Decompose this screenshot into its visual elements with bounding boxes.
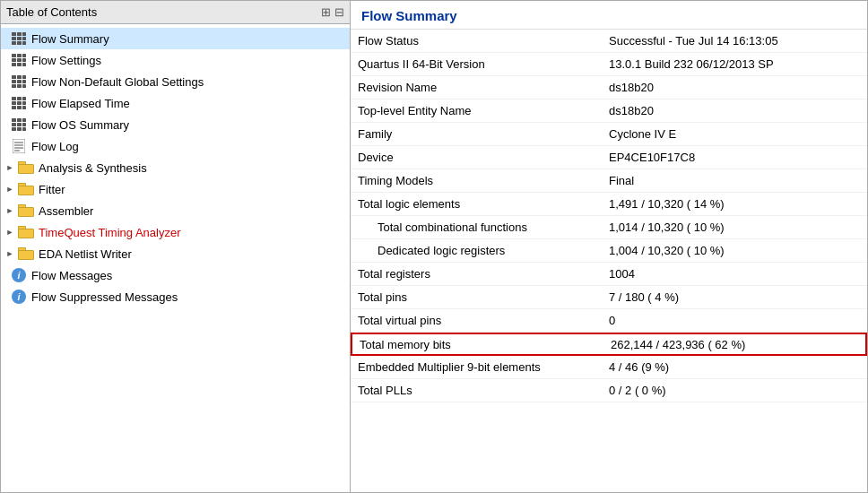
row-label: Total virtual pins [351, 309, 602, 332]
sidebar-label-timequest: TimeQuest Timing Analyzer [39, 226, 180, 239]
sidebar-item-flow-elapsed-time[interactable]: Flow Elapsed Time [1, 92, 350, 114]
svg-rect-23 [22, 80, 26, 83]
table-row: Dedicated logic registers 1,004 / 10,320… [351, 239, 867, 263]
row-label: Total registers [351, 263, 602, 285]
sidebar-item-flow-non-default[interactable]: Flow Non-Default Global Settings [1, 71, 350, 92]
folder-icon-assembler [17, 203, 35, 218]
svg-rect-44 [22, 127, 26, 131]
row-value: EP4CE10F17C8 [602, 146, 867, 169]
sidebar-label-eda-netlist: EDA Netlist Writer [39, 247, 132, 261]
table-row: Device EP4CE10F17C8 [351, 146, 867, 169]
expand-icon-eda-netlist[interactable]: ► [4, 248, 15, 259]
folder-icon-timequest [17, 225, 35, 239]
row-label: Quartus II 64-Bit Version [351, 53, 602, 75]
row-label: Flow Status [351, 30, 602, 52]
sidebar-item-flow-settings[interactable]: Flow Settings [1, 49, 350, 71]
sidebar-item-flow-log[interactable]: Flow Log [1, 135, 350, 157]
svg-rect-19 [17, 75, 22, 79]
sidebar-header: Table of Contents ⊞ ⊟ [1, 1, 350, 24]
svg-rect-3 [12, 37, 16, 40]
table-row: Total registers 1004 [351, 263, 867, 286]
sidebar-item-flow-os-summary[interactable]: Flow OS Summary [1, 114, 350, 135]
sidebar-item-flow-suppressed[interactable]: i Flow Suppressed Messages [1, 286, 350, 307]
svg-rect-42 [12, 127, 16, 131]
row-label: Top-level Entity Name [351, 99, 602, 122]
row-value-memory-bits: 262,144 / 423,936 ( 62 %) [603, 334, 865, 354]
svg-rect-25 [17, 84, 22, 88]
table-row-highlighted: Total memory bits 262,144 / 423,936 ( 62… [351, 333, 867, 356]
expand-icon-timequest[interactable]: ► [4, 227, 15, 238]
svg-rect-8 [22, 41, 26, 45]
grid-icon-flow-os-summary [10, 117, 28, 132]
sidebar-label-flow-non-default: Flow Non-Default Global Settings [31, 75, 204, 89]
grid-icon-flow-summary [10, 31, 28, 46]
sidebar-item-eda-netlist[interactable]: ► EDA Netlist Writer [1, 243, 350, 264]
svg-rect-18 [12, 75, 16, 79]
sidebar-label-fitter: Fitter [39, 183, 65, 196]
svg-rect-22 [17, 80, 22, 83]
svg-rect-33 [12, 106, 16, 109]
sidebar-item-timequest[interactable]: ► TimeQuest Timing Analyzer [1, 221, 350, 243]
svg-rect-9 [12, 54, 16, 57]
sidebar-item-assembler[interactable]: ► Assembler [1, 200, 350, 221]
sidebar-item-fitter[interactable]: ► Fitter [1, 178, 350, 200]
row-value: 1004 [602, 263, 867, 285]
sidebar-label-flow-os-summary: Flow OS Summary [31, 118, 129, 132]
svg-rect-21 [12, 80, 16, 83]
table-row: Top-level Entity Name ds18b20 [351, 99, 867, 123]
sidebar-label-flow-summary: Flow Summary [31, 32, 109, 46]
expand-icon-assembler[interactable]: ► [4, 205, 15, 216]
table-row: Total combinational functions 1,014 / 10… [351, 216, 867, 239]
svg-rect-20 [22, 75, 26, 79]
svg-rect-13 [17, 58, 22, 62]
svg-rect-43 [17, 127, 22, 131]
folder-icon-eda-netlist [17, 246, 35, 261]
svg-rect-35 [22, 106, 26, 109]
svg-rect-45 [13, 139, 25, 153]
svg-rect-26 [22, 84, 26, 88]
svg-rect-10 [17, 54, 22, 57]
svg-rect-29 [22, 97, 26, 100]
sidebar-item-flow-summary[interactable]: Flow Summary [1, 28, 350, 49]
row-value: Final [602, 169, 867, 192]
row-value: 0 / 2 ( 0 %) [602, 379, 867, 402]
table-row: Total pins 7 / 180 ( 4 %) [351, 286, 867, 309]
table-row: Revision Name ds18b20 [351, 76, 867, 99]
row-value: Cyclone IV E [602, 123, 867, 145]
svg-rect-27 [12, 97, 16, 100]
row-label: Timing Models [351, 169, 602, 192]
main-panel: Flow Summary Flow Status Successful - Tu… [351, 1, 867, 492]
svg-rect-37 [17, 118, 22, 122]
svg-rect-0 [12, 32, 16, 36]
row-label: Total logic elements [351, 193, 602, 215]
app-window: Table of Contents ⊞ ⊟ [0, 0, 868, 493]
pin-icon[interactable]: ⊞ [321, 5, 331, 19]
svg-rect-31 [17, 101, 22, 105]
row-value: 1,014 / 10,320 ( 10 %) [602, 216, 867, 238]
row-value: 1,004 / 10,320 ( 10 %) [602, 239, 867, 262]
row-label-memory-bits: Total memory bits [352, 334, 603, 354]
svg-rect-39 [12, 123, 16, 126]
sidebar-item-analysis-synthesis[interactable]: ► Analysis & Synthesis [1, 157, 350, 178]
row-value: ds18b20 [602, 99, 867, 122]
table-row: Total PLLs 0 / 2 ( 0 %) [351, 379, 867, 402]
row-label: Device [351, 146, 602, 169]
folder-icon-fitter [17, 182, 35, 196]
svg-rect-6 [12, 41, 16, 45]
svg-rect-2 [22, 32, 26, 36]
svg-rect-38 [22, 118, 26, 122]
expand-icon-fitter[interactable]: ► [4, 184, 15, 195]
dock-icon[interactable]: ⊟ [334, 5, 344, 19]
expand-icon-analysis-synthesis[interactable]: ► [4, 162, 15, 173]
row-value: 13.0.1 Build 232 06/12/2013 SP [602, 53, 867, 75]
row-label: Revision Name [351, 76, 602, 99]
sidebar-title: Table of Contents [6, 5, 97, 19]
row-value: Successful - Tue Jul 14 16:13:05 [602, 30, 867, 52]
sidebar-item-flow-messages[interactable]: i Flow Messages [1, 264, 350, 286]
sidebar-label-analysis-synthesis: Analysis & Synthesis [39, 161, 147, 175]
doc-icon-flow-log [10, 139, 28, 153]
sidebar-label-flow-log: Flow Log [31, 140, 79, 153]
svg-rect-4 [17, 37, 22, 40]
svg-rect-1 [17, 32, 22, 36]
svg-rect-17 [22, 63, 26, 66]
